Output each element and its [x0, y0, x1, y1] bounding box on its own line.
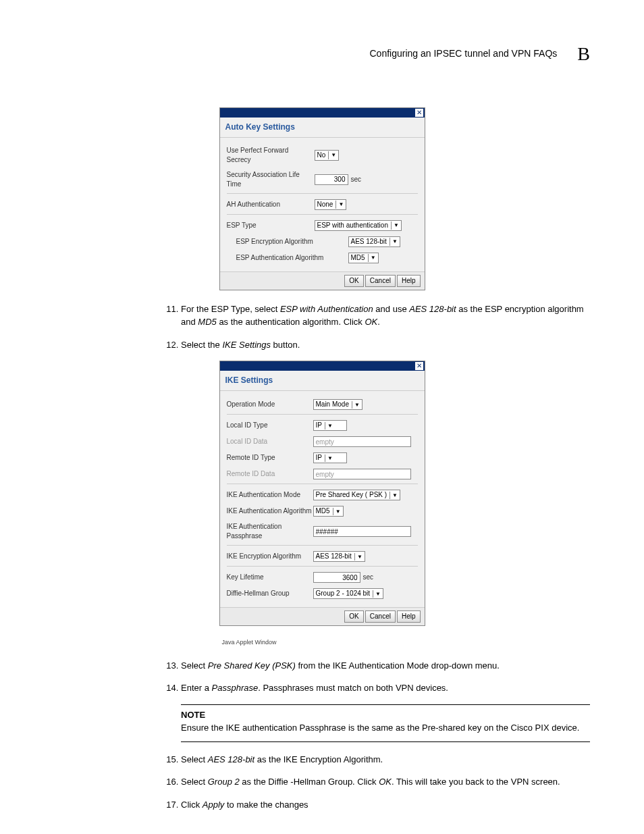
dh-select[interactable]: Group 2 - 1024 bit▼: [313, 588, 384, 599]
chevron-down-icon: ▼: [325, 422, 333, 429]
esp-type-label: ESP Type: [227, 221, 315, 230]
cancel-button[interactable]: Cancel: [365, 275, 396, 287]
header-title: Configuring an IPSEC tunnel and VPN FAQs: [369, 47, 557, 61]
auto-key-settings-dialog: ✕ Auto Key Settings Use Perfect Forward …: [219, 107, 425, 290]
esp-auth-select[interactable]: MD5▼: [348, 253, 379, 263]
steps-list: For the ESP Type, select ESP with Authen…: [54, 303, 590, 352]
dialog-buttons: OK Cancel Help: [220, 607, 425, 625]
help-button[interactable]: Help: [397, 610, 421, 623]
ike-pass-label: IKE Authentication Passphrase: [227, 522, 313, 541]
local-id-type-label: Local ID Type: [227, 421, 313, 430]
appendix-letter: B: [577, 41, 590, 67]
close-icon[interactable]: ✕: [415, 109, 423, 117]
sa-life-input[interactable]: [315, 174, 348, 185]
esp-type-select[interactable]: ESP with authentication▼: [315, 220, 402, 231]
chevron-down-icon: ▼: [328, 151, 336, 159]
note-block: NOTE Ensure the IKE authentication Passp…: [181, 704, 590, 742]
pfs-label: Use Perfect Forward Secrecy: [227, 146, 315, 165]
local-id-type-select[interactable]: IP▼: [313, 420, 347, 431]
ok-button[interactable]: OK: [344, 610, 363, 623]
step-11: For the ESP Type, select ESP with Authen…: [181, 303, 590, 329]
chevron-down-icon: ▼: [391, 221, 399, 229]
note-text: Ensure the IKE authentication Passphrase…: [181, 721, 590, 735]
chevron-down-icon: ▼: [390, 492, 398, 499]
ike-pass-input[interactable]: [313, 526, 411, 537]
step-15: Select AES 128-bit as the IKE Encryption…: [181, 753, 590, 766]
local-id-data-label: Local ID Data: [227, 437, 313, 446]
ah-auth-label: AH Authentication: [227, 200, 315, 209]
dialog-buttons: OK Cancel Help: [220, 271, 425, 290]
applet-footer: Java Applet Window: [219, 638, 425, 647]
pfs-select[interactable]: No▼: [315, 150, 340, 161]
cancel-button[interactable]: Cancel: [365, 610, 396, 623]
op-mode-label: Operation Mode: [227, 400, 313, 409]
chevron-down-icon: ▼: [354, 553, 363, 561]
step-17: Click Apply to make the changes: [181, 798, 590, 812]
ah-auth-select[interactable]: None▼: [315, 199, 347, 210]
key-life-unit: sec: [363, 573, 374, 582]
key-life-label: Key Lifetime: [227, 573, 313, 582]
ike-auth-alg-select[interactable]: MD5▼: [313, 506, 344, 517]
remote-id-type-select[interactable]: IP▼: [313, 452, 347, 463]
page-header: Configuring an IPSEC tunnel and VPN FAQs…: [54, 41, 590, 67]
dialog-titlebar: ✕: [220, 361, 425, 371]
local-id-data-input[interactable]: [313, 436, 411, 447]
chevron-down-icon: ▼: [325, 454, 333, 462]
step-13: Select Pre Shared Key (PSK) from the IKE…: [181, 659, 590, 673]
dialog-title: Auto Key Settings: [220, 118, 425, 138]
sa-life-unit: sec: [351, 175, 362, 184]
chevron-down-icon: ▼: [352, 401, 360, 409]
dh-label: Diffie-Hellman Group: [227, 589, 313, 598]
note-title: NOTE: [181, 709, 590, 721]
op-mode-select[interactable]: Main Mode▼: [313, 399, 363, 410]
sa-life-label: Security Association Life Time: [227, 170, 315, 189]
dialog-titlebar: ✕: [220, 108, 425, 118]
chevron-down-icon: ▼: [368, 254, 376, 261]
esp-enc-select[interactable]: AES 128-bit▼: [348, 236, 400, 247]
chevron-down-icon: ▼: [373, 590, 381, 598]
help-button[interactable]: Help: [397, 275, 421, 287]
steps-list-2: Select Pre Shared Key (PSK) from the IKE…: [54, 659, 590, 695]
esp-auth-label: ESP Authentication Algorithm: [227, 253, 348, 263]
ike-settings-dialog: ✕ IKE Settings Operation Mode Main Mode▼…: [219, 361, 425, 626]
esp-enc-label: ESP Encryption Algorithm: [227, 237, 348, 246]
remote-id-data-label: Remote ID Data: [227, 469, 313, 479]
ike-auth-mode-select[interactable]: Pre Shared Key ( PSK )▼: [313, 490, 401, 500]
steps-list-3: Select AES 128-bit as the IKE Encryption…: [54, 753, 590, 812]
chevron-down-icon: ▼: [390, 238, 398, 245]
remote-id-data-input[interactable]: [313, 469, 411, 479]
dialog-title: IKE Settings: [220, 371, 425, 391]
ike-auth-alg-label: IKE Authentication Algorithm: [227, 506, 313, 516]
chevron-down-icon: ▼: [336, 201, 344, 208]
ike-enc-label: IKE Encryption Algorithm: [227, 552, 313, 561]
ike-enc-select[interactable]: AES 128-bit▼: [313, 551, 365, 562]
close-icon[interactable]: ✕: [415, 362, 423, 370]
chevron-down-icon: ▼: [333, 508, 341, 515]
step-16: Select Group 2 as the Diffie -Hellman Gr…: [181, 775, 590, 789]
key-life-input[interactable]: [313, 572, 360, 583]
step-14: Enter a Passphrase. Passphrases must mat…: [181, 681, 590, 695]
step-12: Select the IKE Settings button.: [181, 338, 590, 352]
ike-auth-mode-label: IKE Authentication Mode: [227, 490, 313, 500]
remote-id-type-label: Remote ID Type: [227, 453, 313, 463]
ok-button[interactable]: OK: [344, 275, 363, 287]
